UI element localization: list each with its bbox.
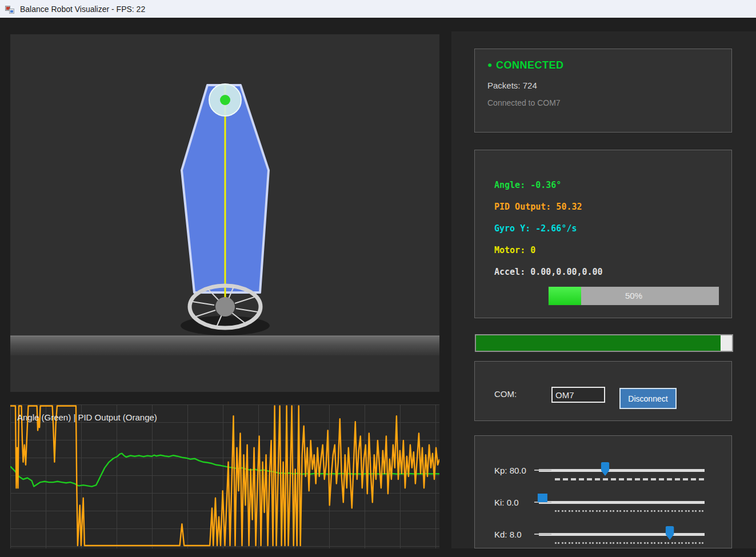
chart-plot-area — [10, 404, 439, 548]
robot-canvas — [10, 34, 439, 392]
ki-slider-thumb[interactable] — [538, 494, 547, 502]
ki-slider[interactable] — [539, 491, 705, 517]
kd-slider-thumb[interactable] — [666, 526, 674, 540]
kd-label: Kd: 8.0 — [494, 530, 522, 539]
kp-slider-row: Kp: 80.0 — [475, 459, 733, 491]
right-column: ●CONNECTED Packets: 724 Connected to COM… — [451, 31, 756, 548]
status-dot-icon: ● — [487, 60, 493, 69]
app-window: Balance Robot Visualizer - FPS: 22 — [0, 0, 756, 557]
packets-count: Packets: 724 — [487, 81, 537, 90]
imu-center-dot — [220, 95, 230, 105]
app-icon — [5, 5, 14, 14]
connection-status: ●CONNECTED — [487, 59, 563, 71]
balance-progress-bar: 50% — [548, 286, 719, 306]
ki-label: Ki: 0.0 — [494, 498, 519, 507]
motor-output-fill — [476, 335, 721, 351]
status-panel: ●CONNECTED Packets: 724 Connected to COM… — [474, 49, 732, 133]
kd-slider-track[interactable] — [539, 533, 705, 536]
kd-slider[interactable] — [539, 523, 705, 549]
kp-slider-ticks — [555, 478, 705, 480]
kp-slider[interactable] — [539, 459, 705, 485]
com-port-input[interactable] — [551, 387, 605, 403]
telemetry-panel: Angle: -0.36° PID Output: 50.32 Gyro Y: … — [474, 150, 732, 318]
telemetry-angle: Angle: -0.36° — [494, 180, 561, 190]
disconnect-button[interactable]: Disconnect — [619, 388, 677, 409]
ki-slider-row: Ki: 0.0 — [475, 491, 733, 523]
kp-slider-thumb[interactable] — [601, 462, 610, 476]
robot-visualization-panel — [10, 34, 439, 392]
chart-panel: Angle (Green) | PID Output (Orange) — [10, 404, 439, 548]
com-label: COM: — [494, 389, 517, 399]
ki-slider-ticks — [555, 510, 705, 512]
telemetry-pid-output: PID Output: 50.32 — [494, 202, 582, 212]
kp-label: Kp: 80.0 — [494, 466, 526, 475]
status-text: CONNECTED — [496, 59, 564, 71]
title-bar: Balance Robot Visualizer - FPS: 22 — [0, 0, 756, 18]
ki-slider-track[interactable] — [539, 501, 705, 504]
motor-output-bar — [475, 334, 733, 352]
connection-info: Connected to COM7 — [487, 98, 561, 107]
kd-slider-row: Kd: 8.0 — [475, 523, 733, 555]
chart-title: Angle (Green) | PID Output (Orange) — [17, 412, 157, 422]
telemetry-accel: Accel: 0.00,0.00,0.00 — [494, 267, 603, 277]
balance-progress-label: 50% — [549, 291, 719, 300]
window-title: Balance Robot Visualizer - FPS: 22 — [20, 5, 145, 14]
kd-slider-ticks — [555, 542, 705, 544]
kp-slider-track[interactable] — [539, 469, 705, 472]
ground — [10, 336, 439, 355]
wheel-hub — [215, 297, 235, 316]
com-panel: COM: Disconnect — [474, 361, 732, 421]
telemetry-gyro-y: Gyro Y: -2.66°/s — [494, 223, 577, 234]
pid-slider-panel: Kp: 80.0 Ki: 0.0 Kd: 8.0 — [474, 435, 732, 548]
telemetry-motor: Motor: 0 — [494, 245, 535, 255]
